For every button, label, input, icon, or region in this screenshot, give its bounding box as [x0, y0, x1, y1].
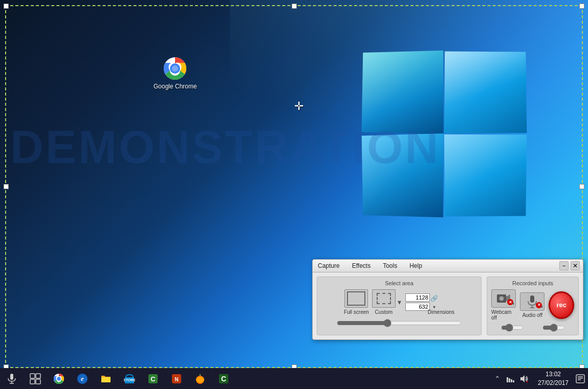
taskbar-app1[interactable]: C: [141, 368, 165, 389]
taskbar-chrome-icon: [53, 373, 64, 384]
svg-rect-37: [513, 380, 514, 382]
svg-rect-16: [30, 379, 35, 384]
fullscreen-icon-shape: [347, 291, 365, 306]
svg-point-30: [196, 377, 204, 383]
taskbar-camtasia[interactable]: C: [212, 368, 235, 389]
taskbar-task-view[interactable]: [24, 368, 47, 389]
custom-icon-shape: [377, 293, 391, 304]
menu-effects[interactable]: Effects: [350, 261, 373, 270]
move-cursor-icon: ✛: [294, 100, 303, 113]
svg-rect-15: [36, 374, 40, 378]
width-input[interactable]: [405, 293, 430, 302]
toolbar-titlebar: Capture Effects Tools Help − ✕: [313, 260, 583, 272]
dim-inputs: [405, 293, 430, 311]
custom-icon: [372, 289, 396, 308]
height-input[interactable]: [405, 303, 430, 311]
svg-rect-35: [509, 378, 510, 382]
desktop: DEMONSTRATION ✛ Google Chrome: [0, 0, 588, 368]
svg-text:N: N: [175, 377, 178, 382]
svg-text:C: C: [221, 375, 226, 383]
handle-tm[interactable]: [292, 4, 297, 9]
svg-rect-34: [507, 377, 508, 382]
svg-rect-8: [530, 295, 534, 303]
handle-lm[interactable]: [4, 184, 9, 189]
dimensions-inputs: [405, 293, 430, 311]
handle-rm[interactable]: [579, 184, 584, 189]
svg-rect-36: [511, 379, 512, 382]
taskbar-chrome[interactable]: [47, 368, 71, 389]
custom-label: Custom: [375, 309, 393, 315]
taskbar-microphone[interactable]: [0, 368, 24, 389]
clock-date: 27/02/2017: [538, 379, 569, 387]
dim-controls: 🔗 ▾: [431, 295, 438, 310]
taskbar-ie[interactable]: e: [71, 368, 94, 389]
link-icon: 🔗: [431, 295, 438, 302]
menu-help[interactable]: Help: [407, 261, 424, 270]
taskbar-clock[interactable]: 13:02 27/02/2017: [534, 370, 573, 387]
fullscreen-btn[interactable]: Full screen: [344, 289, 369, 315]
svg-text:C: C: [150, 375, 156, 383]
handle-br[interactable]: [579, 364, 584, 368]
area-buttons: Full screen Custom ▾: [321, 289, 477, 315]
audio-icon: ✕ ▾: [520, 292, 545, 311]
recording-toolbar: Capture Effects Tools Help − ✕ Select ar…: [312, 259, 583, 340]
tray-network[interactable]: [505, 368, 516, 389]
area-slider[interactable]: [337, 319, 461, 327]
tray-up-arrow[interactable]: ⌃: [492, 368, 503, 389]
recorded-sliders: [491, 324, 574, 332]
audio-btn[interactable]: ✕ ▾ Audio off: [520, 292, 545, 318]
menu-tools[interactable]: Tools: [381, 261, 399, 270]
handle-tl[interactable]: [4, 4, 9, 9]
taskbar-store[interactable]: STORE: [118, 368, 141, 389]
tray-volume[interactable]: [518, 368, 530, 389]
microphone-icon: [6, 373, 17, 384]
camtasia-icon: C: [218, 373, 229, 384]
handle-bl[interactable]: [4, 364, 9, 368]
network-icon: [506, 375, 515, 382]
fullscreen-label: Full screen: [344, 309, 369, 315]
custom-btn[interactable]: Custom: [372, 289, 396, 315]
record-button[interactable]: rec: [549, 291, 574, 319]
recorded-inputs-panel: Recorded inputs ✕: [487, 277, 579, 335]
fullscreen-icon: [344, 289, 368, 308]
google-chrome-desktop-icon[interactable]: Google Chrome: [154, 56, 197, 90]
volume-icon: [519, 374, 529, 383]
menu-capture[interactable]: Capture: [316, 261, 342, 270]
chrome-logo-svg: [163, 56, 187, 81]
taskbar-app2[interactable]: N: [165, 368, 188, 389]
watermark-text: DEMONSTRATION: [0, 121, 440, 174]
webcam-icon: ✕ ▾: [491, 289, 516, 308]
svg-point-7: [500, 297, 503, 300]
close-button[interactable]: ✕: [571, 261, 580, 270]
dimensions-dropdown-arrow[interactable]: ▾: [432, 304, 437, 310]
dimensions-group: 🔗 ▾: [405, 293, 438, 311]
toolbar-body: Select area Full screen: [313, 272, 583, 339]
select-area-panel: Select area Full screen: [317, 277, 482, 335]
task-view-icon: [30, 373, 41, 384]
minimize-button[interactable]: −: [559, 261, 569, 270]
app1-icon: C: [147, 373, 159, 384]
ie-icon: e: [77, 373, 88, 384]
custom-dropdown-arrow[interactable]: ▾: [397, 298, 402, 306]
recorded-input-buttons: ✕ ▾ Webcam off: [491, 289, 574, 321]
webcam-slider[interactable]: [501, 324, 524, 332]
svg-rect-14: [30, 374, 35, 378]
handle-tr[interactable]: [579, 4, 584, 9]
webcam-dropdown-arrow[interactable]: ▾: [512, 302, 514, 306]
action-center-button[interactable]: [573, 368, 588, 389]
app3-icon: [194, 373, 206, 384]
svg-rect-22: [101, 377, 111, 382]
handle-bm[interactable]: [292, 364, 297, 368]
svg-text:STORE: STORE: [124, 378, 135, 382]
audio-dropdown-arrow[interactable]: ▾: [541, 305, 543, 309]
clock-time: 13:02: [546, 370, 561, 379]
taskbar: e STORE C N: [0, 368, 588, 389]
webcam-btn[interactable]: ✕ ▾ Webcam off: [491, 289, 516, 321]
taskbar-file-explorer[interactable]: [94, 368, 118, 389]
svg-point-19: [57, 377, 60, 380]
toolbar-menu: Capture Effects Tools Help: [316, 261, 424, 270]
system-tray: ⌃: [492, 368, 534, 389]
audio-slider[interactable]: [542, 324, 565, 332]
taskbar-app3[interactable]: [188, 368, 212, 389]
svg-rect-41: [576, 375, 584, 383]
